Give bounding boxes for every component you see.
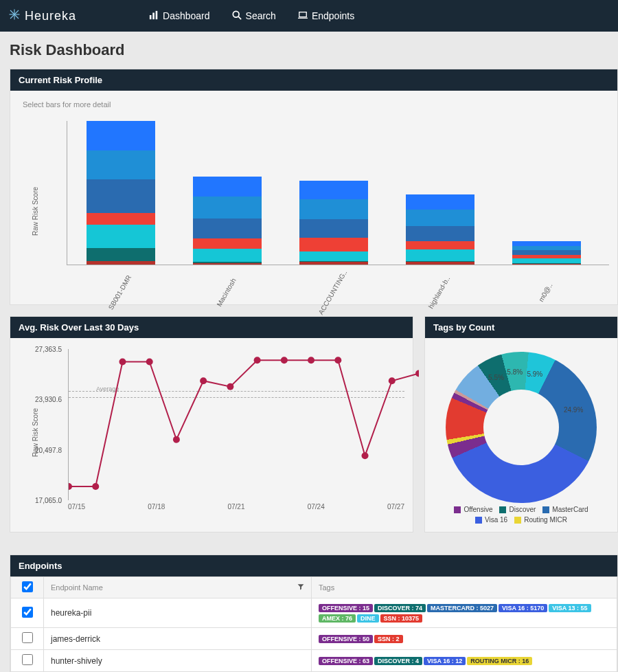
tag-pill[interactable]: OFFENSIVE : 50 (319, 635, 373, 643)
tag-pill[interactable]: DISCOVER : 74 (374, 604, 426, 612)
endpoint-tags: OFFENSIVE : 15DISCOVER : 74MASTERCARD : … (312, 598, 617, 628)
line-point[interactable] (308, 357, 314, 363)
x-tick: 07/24 (308, 503, 325, 511)
bar-segment[interactable] (87, 261, 155, 265)
bar-segment[interactable] (299, 199, 368, 219)
tag-pill[interactable]: OFFENSIVE : 15 (319, 604, 373, 612)
y-tick: 17,065.0 (27, 497, 62, 504)
tag-pill[interactable]: VISA 16 : 12 (424, 657, 466, 665)
line-point[interactable] (389, 377, 396, 384)
bar-segment[interactable] (512, 264, 581, 265)
tag-pill[interactable]: ROUTING MICR : 16 (467, 657, 532, 665)
legend-item[interactable]: Offensive (454, 506, 492, 513)
legend-item[interactable]: MasterCard (542, 506, 588, 513)
laptop-icon (298, 10, 312, 22)
bar-column[interactable] (387, 121, 493, 265)
tags-legend: OffensiveDiscoverMasterCardVisa 16Routin… (433, 506, 609, 524)
nav-links: Dashboard Search Endpoints (138, 10, 365, 22)
tag-pill[interactable]: OFFENSIVE : 63 (319, 657, 373, 665)
tag-pill[interactable]: AMEX : 76 (319, 614, 356, 623)
line-point[interactable] (119, 358, 126, 365)
legend-item[interactable]: Routing MICR (514, 516, 567, 524)
filter-icon[interactable] (297, 583, 304, 592)
panel-header-risk: Current Risk Profile (10, 69, 617, 91)
row-checkbox[interactable] (22, 632, 33, 643)
tag-pill[interactable]: DINE (357, 614, 379, 623)
nav-search[interactable]: Search (221, 10, 287, 22)
table-row[interactable]: hunter-shivelyOFFENSIVE : 63DISCOVER : 4… (11, 650, 617, 672)
tag-pill[interactable]: VISA 16 : 5170 (499, 604, 547, 612)
avg-risk-line-chart[interactable]: 17,065.020,497.823,930.627,363.5Average (68, 349, 404, 500)
bar-segment[interactable] (87, 150, 155, 179)
tags-donut-chart[interactable]: 5.5%5.8%5.9%24.9% (446, 352, 597, 503)
line-point[interactable] (173, 436, 180, 443)
bar-segment[interactable] (299, 219, 368, 238)
bar-column[interactable] (67, 121, 174, 265)
table-row[interactable]: heureka-piiOFFENSIVE : 15DISCOVER : 74MA… (11, 598, 617, 628)
line-point[interactable] (334, 357, 341, 363)
legend-item[interactable]: Discover (499, 506, 536, 513)
table-row[interactable]: james-derrickOFFENSIVE : 50SSN : 2 (11, 628, 617, 650)
endpoint-name: hunter-shively (44, 650, 312, 672)
line-point[interactable] (362, 452, 369, 459)
y-tick: 20,497.8 (27, 446, 62, 453)
nav-endpoints[interactable]: Endpoints (287, 10, 365, 22)
panel-avg-risk: Avg. Risk Over Last 30 Days Raw Risk Sco… (10, 316, 413, 533)
bar-segment[interactable] (406, 194, 474, 210)
tag-pill[interactable]: DISCOVER : 4 (374, 657, 422, 665)
bar-segment[interactable] (87, 213, 155, 225)
bar-segment[interactable] (87, 179, 155, 213)
donut-slice-label: 5.8% (507, 368, 523, 376)
tag-pill[interactable]: VISA 13 : 55 (549, 604, 591, 612)
bar-segment[interactable] (193, 263, 262, 265)
row-checkbox[interactable] (22, 607, 33, 618)
bar-column[interactable] (174, 121, 280, 265)
svg-rect-9 (299, 12, 307, 16)
select-all-checkbox[interactable] (22, 581, 33, 592)
bar-column[interactable] (280, 121, 387, 265)
tag-pill[interactable]: SSN : 2 (374, 635, 403, 643)
bar-column[interactable] (493, 121, 599, 265)
col-endpoint-name[interactable]: Endpoint Name (44, 577, 312, 598)
bar-segment[interactable] (406, 226, 474, 241)
nav-search-label: Search (246, 10, 276, 21)
panel-endpoints: Endpoints Endpoint Name Tags heureka-pii… (10, 555, 618, 672)
bar-segment[interactable] (299, 262, 368, 265)
line-point[interactable] (92, 483, 99, 490)
bar-segment[interactable] (193, 197, 262, 219)
bar-segment[interactable] (406, 262, 474, 265)
line-point[interactable] (146, 358, 153, 365)
line-point[interactable] (227, 383, 233, 390)
line-point[interactable] (415, 370, 419, 377)
svg-rect-4 (150, 15, 152, 19)
line-point[interactable] (69, 483, 72, 490)
risk-bar-chart[interactable]: Raw Risk Score 0.043,113.486,226.9 SB001… (19, 118, 609, 296)
panel-header-endpoints: Endpoints (10, 555, 617, 576)
chart-hint: Select bars for more detail (19, 99, 609, 118)
line-point[interactable] (281, 357, 288, 363)
col-name-label: Endpoint Name (51, 583, 103, 592)
bar-segment[interactable] (87, 225, 155, 248)
line-point[interactable] (254, 357, 261, 363)
bar-segment[interactable] (87, 121, 155, 150)
line-point[interactable] (200, 377, 207, 384)
nav-dashboard-label: Dashboard (163, 10, 210, 21)
tag-pill[interactable]: MASTERCARD : 5027 (427, 604, 497, 612)
y-tick: 27,363.5 (27, 346, 62, 353)
nav-dashboard[interactable]: Dashboard (138, 10, 221, 22)
bar-segment[interactable] (406, 210, 474, 226)
brand-logo[interactable]: Heureka (8, 8, 76, 24)
col-tags[interactable]: Tags (312, 577, 617, 598)
x-tick: 07/27 (387, 503, 404, 511)
bar-segment[interactable] (193, 219, 262, 238)
donut-slice-label: 5.5% (488, 374, 504, 381)
bar-segment[interactable] (299, 181, 368, 199)
endpoint-tags: OFFENSIVE : 50SSN : 2 (312, 628, 617, 650)
bar-segment[interactable] (512, 258, 581, 263)
row-checkbox[interactable] (22, 654, 33, 665)
x-tick: 07/18 (148, 503, 165, 511)
bar-segment[interactable] (193, 177, 262, 197)
tag-pill[interactable]: SSN : 10375 (380, 614, 423, 623)
legend-item[interactable]: Visa 16 (475, 516, 507, 524)
col-select-all[interactable] (11, 577, 44, 598)
